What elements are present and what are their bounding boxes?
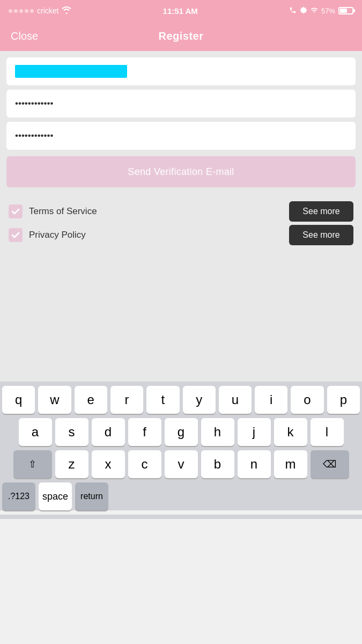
key-o[interactable]: o (291, 386, 323, 414)
privacy-row: Privacy Policy See more (9, 225, 353, 245)
terms-label: Terms of Service (29, 206, 97, 217)
password-field[interactable] (6, 90, 356, 118)
carrier-label: cricket (37, 6, 58, 15)
space-key[interactable]: space (39, 482, 72, 510)
key-d[interactable]: d (92, 418, 125, 446)
keyboard-row-3: ⇧ z x c v b n m ⌫ (2, 450, 360, 478)
key-x[interactable]: x (92, 450, 125, 478)
terms-left: Terms of Service (9, 204, 97, 218)
return-key[interactable]: return (75, 482, 108, 510)
phone-icon (289, 6, 297, 16)
key-v[interactable]: v (165, 450, 198, 478)
settings-icon (300, 6, 307, 16)
signal-icon (311, 6, 318, 16)
terms-checkbox[interactable] (9, 204, 23, 218)
status-left: cricket (9, 6, 71, 16)
page-title: Register (158, 30, 203, 42)
key-c[interactable]: c (128, 450, 161, 478)
status-bar: cricket 11:51 AM 57% (0, 0, 362, 21)
status-time: 11:51 AM (163, 6, 198, 16)
battery-tip (353, 9, 355, 12)
key-l[interactable]: l (311, 418, 344, 446)
key-r[interactable]: r (110, 386, 143, 414)
signal-dot-3 (19, 9, 23, 13)
key-t[interactable]: t (146, 386, 179, 414)
key-k[interactable]: k (274, 418, 307, 446)
key-j[interactable]: j (238, 418, 271, 446)
key-g[interactable]: g (165, 418, 198, 446)
key-u[interactable]: u (219, 386, 252, 414)
key-p[interactable]: p (327, 386, 360, 414)
signal-dot-2 (14, 9, 18, 13)
battery-fill (340, 9, 347, 13)
key-s[interactable]: s (55, 418, 88, 446)
signal-dot-5 (30, 9, 34, 13)
confirm-password-field[interactable] (6, 122, 356, 150)
keyboard-bottom-row: .?123 space return (2, 482, 360, 510)
privacy-label: Privacy Policy (29, 230, 86, 240)
delete-key[interactable]: ⌫ (311, 450, 349, 478)
key-m[interactable]: m (274, 450, 307, 478)
key-b[interactable]: b (201, 450, 234, 478)
signal-dots (9, 9, 34, 13)
number-key[interactable]: .?123 (2, 482, 35, 510)
check-icon (11, 207, 20, 216)
key-i[interactable]: i (255, 386, 287, 414)
email-field-container[interactable]: ──────────────── (6, 57, 356, 85)
battery-icon (338, 7, 353, 14)
status-right: 57% (289, 6, 353, 16)
email-highlight: ──────────────── (15, 65, 127, 78)
form-area: ──────────────── Send Verification E-mai… (0, 51, 362, 194)
wifi-icon (62, 6, 71, 16)
check-icon-2 (11, 231, 20, 239)
key-a[interactable]: a (19, 418, 52, 446)
key-y[interactable]: y (183, 386, 216, 414)
signal-dot-4 (25, 9, 28, 13)
key-h[interactable]: h (201, 418, 234, 446)
shift-key[interactable]: ⇧ (13, 450, 52, 478)
checkboxes-area: Terms of Service See more Privacy Policy… (0, 194, 362, 253)
verify-button[interactable]: Send Verification E-mail (6, 156, 356, 187)
privacy-see-more-button[interactable]: See more (289, 225, 353, 245)
keyboard: q w e r t y u i o p a s d f g h j k l ⇧ … (0, 382, 362, 510)
close-button[interactable]: Close (11, 30, 38, 42)
key-z[interactable]: z (55, 450, 88, 478)
key-q[interactable]: q (2, 386, 35, 414)
keyboard-row-1: q w e r t y u i o p (2, 386, 360, 414)
keyboard-row-2: a s d f g h j k l (2, 418, 360, 446)
terms-row: Terms of Service See more (9, 201, 353, 222)
terms-see-more-button[interactable]: See more (289, 201, 353, 222)
nav-bar: Close Register (0, 21, 362, 51)
signal-dot-1 (9, 9, 12, 13)
home-indicator (0, 515, 362, 519)
key-e[interactable]: e (75, 386, 107, 414)
key-f[interactable]: f (128, 418, 161, 446)
key-n[interactable]: n (238, 450, 271, 478)
battery-percent: 57% (321, 7, 335, 15)
privacy-checkbox[interactable] (9, 228, 23, 242)
privacy-left: Privacy Policy (9, 228, 86, 242)
key-w[interactable]: w (38, 386, 71, 414)
empty-space (0, 253, 362, 382)
